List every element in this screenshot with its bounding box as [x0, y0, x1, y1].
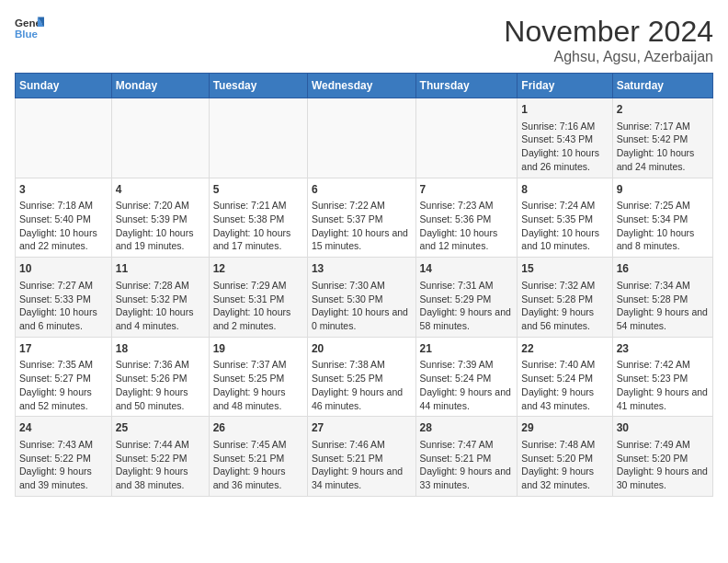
- calendar-cell: 10Sunrise: 7:27 AMSunset: 5:33 PMDayligh…: [16, 258, 112, 338]
- day-info: Sunset: 5:43 PM: [521, 132, 608, 146]
- day-info: Daylight: 10 hours and 6 minutes.: [19, 305, 108, 332]
- day-number: 30: [617, 420, 709, 436]
- location-subtitle: Aghsu, Agsu, Azerbaijan: [504, 49, 713, 65]
- day-info: Sunset: 5:21 PM: [213, 452, 303, 465]
- day-info: Sunrise: 7:40 AM: [521, 358, 608, 372]
- day-info: Daylight: 10 hours and 19 minutes.: [116, 226, 205, 253]
- day-info: Sunset: 5:36 PM: [420, 213, 514, 226]
- day-info: Sunrise: 7:22 AM: [312, 199, 412, 213]
- day-info: Sunrise: 7:43 AM: [19, 438, 108, 452]
- calendar-cell: 8Sunrise: 7:24 AMSunset: 5:35 PMDaylight…: [518, 178, 612, 258]
- day-info: Daylight: 9 hours and 33 minutes.: [420, 465, 514, 491]
- day-info: Sunrise: 7:30 AM: [312, 279, 412, 293]
- day-info: Sunset: 5:22 PM: [116, 452, 205, 465]
- day-info: Sunset: 5:26 PM: [116, 372, 205, 385]
- day-number: 12: [213, 261, 303, 277]
- calendar-cell: 28Sunrise: 7:47 AMSunset: 5:21 PMDayligh…: [415, 417, 518, 497]
- day-info: Sunrise: 7:18 AM: [19, 199, 108, 213]
- day-info: Daylight: 9 hours and 43 minutes.: [521, 385, 608, 412]
- calendar-cell: 1Sunrise: 7:16 AMSunset: 5:43 PMDaylight…: [518, 98, 612, 178]
- calendar-body: 1Sunrise: 7:16 AMSunset: 5:43 PMDaylight…: [16, 98, 713, 497]
- day-info: Sunrise: 7:34 AM: [617, 279, 709, 293]
- calendar-week-row: 3Sunrise: 7:18 AMSunset: 5:40 PMDaylight…: [16, 178, 713, 258]
- day-number: 17: [19, 341, 108, 357]
- title-block: November 2024 Aghsu, Agsu, Azerbaijan: [504, 15, 713, 65]
- day-number: 24: [19, 420, 108, 436]
- weekday-header: Tuesday: [209, 74, 307, 98]
- calendar-week-row: 10Sunrise: 7:27 AMSunset: 5:33 PMDayligh…: [16, 258, 713, 338]
- calendar-cell: 20Sunrise: 7:38 AMSunset: 5:25 PMDayligh…: [307, 337, 415, 417]
- calendar-cell: 17Sunrise: 7:35 AMSunset: 5:27 PMDayligh…: [16, 337, 112, 417]
- day-info: Sunrise: 7:25 AM: [617, 199, 709, 213]
- day-info: Sunset: 5:20 PM: [617, 452, 709, 465]
- calendar-cell: 12Sunrise: 7:29 AMSunset: 5:31 PMDayligh…: [209, 258, 307, 338]
- day-number: 27: [312, 420, 412, 436]
- day-info: Sunrise: 7:31 AM: [420, 279, 514, 293]
- day-number: 18: [116, 341, 205, 357]
- day-info: Daylight: 9 hours and 46 minutes.: [312, 385, 412, 412]
- day-info: Sunrise: 7:35 AM: [19, 358, 108, 372]
- day-info: Sunrise: 7:48 AM: [521, 438, 608, 452]
- calendar-cell: 27Sunrise: 7:46 AMSunset: 5:21 PMDayligh…: [307, 417, 415, 497]
- day-info: Daylight: 9 hours and 52 minutes.: [19, 385, 108, 412]
- calendar-cell: 9Sunrise: 7:25 AMSunset: 5:34 PMDaylight…: [612, 178, 712, 258]
- page-header: General Blue November 2024 Aghsu, Agsu, …: [15, 15, 713, 65]
- day-number: 23: [617, 341, 709, 357]
- weekday-header: Friday: [518, 74, 612, 98]
- day-info: Sunrise: 7:44 AM: [116, 438, 205, 452]
- weekday-header: Saturday: [612, 74, 712, 98]
- calendar-cell: [415, 98, 518, 178]
- calendar-week-row: 1Sunrise: 7:16 AMSunset: 5:43 PMDaylight…: [16, 98, 713, 178]
- calendar-cell: 26Sunrise: 7:45 AMSunset: 5:21 PMDayligh…: [209, 417, 307, 497]
- day-info: Daylight: 9 hours and 50 minutes.: [116, 385, 205, 412]
- day-info: Daylight: 9 hours and 54 minutes.: [617, 305, 709, 332]
- day-info: Sunrise: 7:47 AM: [420, 438, 514, 452]
- day-info: Sunrise: 7:23 AM: [420, 199, 514, 213]
- day-info: Sunrise: 7:21 AM: [213, 199, 303, 213]
- calendar-cell: 6Sunrise: 7:22 AMSunset: 5:37 PMDaylight…: [307, 178, 415, 258]
- calendar-cell: 19Sunrise: 7:37 AMSunset: 5:25 PMDayligh…: [209, 337, 307, 417]
- day-info: Sunrise: 7:49 AM: [617, 438, 709, 452]
- day-info: Sunset: 5:35 PM: [521, 213, 608, 226]
- day-info: Daylight: 9 hours and 38 minutes.: [116, 465, 205, 491]
- weekday-header-row: SundayMondayTuesdayWednesdayThursdayFrid…: [16, 74, 713, 98]
- calendar-cell: 24Sunrise: 7:43 AMSunset: 5:22 PMDayligh…: [16, 417, 112, 497]
- day-number: 10: [19, 261, 108, 277]
- day-info: Sunrise: 7:46 AM: [312, 438, 412, 452]
- day-info: Sunset: 5:31 PM: [213, 293, 303, 306]
- calendar-cell: 21Sunrise: 7:39 AMSunset: 5:24 PMDayligh…: [415, 337, 518, 417]
- day-info: Daylight: 9 hours and 34 minutes.: [312, 465, 412, 491]
- calendar-cell: 30Sunrise: 7:49 AMSunset: 5:20 PMDayligh…: [612, 417, 712, 497]
- day-number: 20: [312, 341, 412, 357]
- day-info: Daylight: 10 hours and 17 minutes.: [213, 226, 303, 253]
- day-number: 28: [420, 420, 514, 436]
- weekday-header: Sunday: [16, 74, 112, 98]
- day-number: 5: [213, 182, 303, 198]
- day-info: Sunset: 5:28 PM: [521, 293, 608, 306]
- day-info: Sunrise: 7:42 AM: [617, 358, 709, 372]
- day-info: Sunset: 5:25 PM: [312, 372, 412, 385]
- day-info: Sunset: 5:32 PM: [116, 293, 205, 306]
- calendar-cell: 22Sunrise: 7:40 AMSunset: 5:24 PMDayligh…: [518, 337, 612, 417]
- day-info: Daylight: 9 hours and 32 minutes.: [521, 465, 608, 491]
- day-info: Daylight: 10 hours and 2 minutes.: [213, 305, 303, 332]
- day-number: 8: [521, 182, 608, 198]
- day-info: Sunrise: 7:28 AM: [116, 279, 205, 293]
- calendar-cell: [307, 98, 415, 178]
- day-info: Sunset: 5:38 PM: [213, 213, 303, 226]
- day-info: Sunset: 5:33 PM: [19, 293, 108, 306]
- day-info: Sunset: 5:20 PM: [521, 452, 608, 465]
- calendar-cell: 14Sunrise: 7:31 AMSunset: 5:29 PMDayligh…: [415, 258, 518, 338]
- day-info: Sunrise: 7:45 AM: [213, 438, 303, 452]
- calendar-cell: 7Sunrise: 7:23 AMSunset: 5:36 PMDaylight…: [415, 178, 518, 258]
- calendar-cell: 29Sunrise: 7:48 AMSunset: 5:20 PMDayligh…: [518, 417, 612, 497]
- day-number: 11: [116, 261, 205, 277]
- calendar-header: SundayMondayTuesdayWednesdayThursdayFrid…: [16, 74, 713, 98]
- day-info: Sunset: 5:37 PM: [312, 213, 412, 226]
- day-number: 15: [521, 261, 608, 277]
- day-number: 7: [420, 182, 514, 198]
- calendar-cell: [111, 98, 209, 178]
- svg-text:Blue: Blue: [15, 29, 39, 40]
- calendar-cell: 2Sunrise: 7:17 AMSunset: 5:42 PMDaylight…: [612, 98, 712, 178]
- weekday-header: Thursday: [415, 74, 518, 98]
